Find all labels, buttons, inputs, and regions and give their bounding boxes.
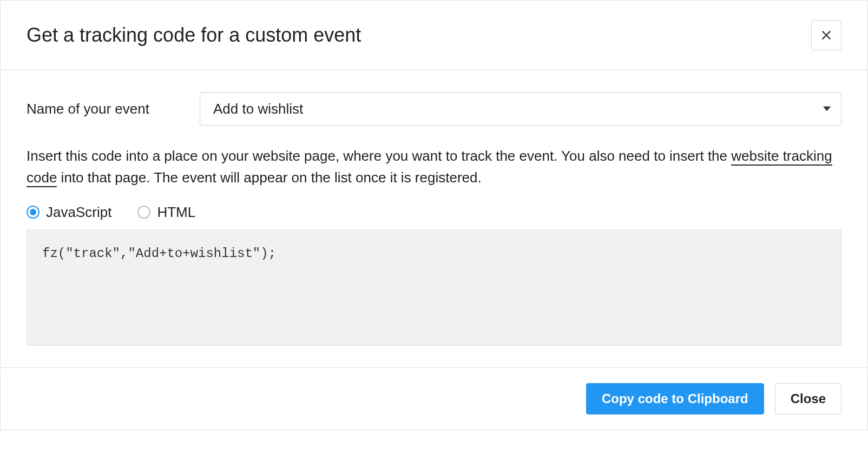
- radio-label-javascript: JavaScript: [46, 204, 111, 221]
- event-name-select[interactable]: Add to wishlist: [200, 92, 841, 126]
- instruction-post: into that page. The event will appear on…: [57, 169, 481, 186]
- radio-dot-icon: [30, 209, 36, 215]
- code-snippet-box[interactable]: fz("track","Add+to+wishlist");: [27, 229, 841, 346]
- modal-header: Get a tracking code for a custom event: [1, 1, 867, 70]
- close-icon: [820, 29, 832, 41]
- modal-body: Name of your event Add to wishlist Inser…: [1, 70, 867, 367]
- instruction-text: Insert this code into a place on your we…: [27, 145, 841, 189]
- radio-label-html: HTML: [157, 204, 195, 221]
- instruction-pre: Insert this code into a place on your we…: [27, 148, 731, 164]
- event-name-select-wrap: Add to wishlist: [200, 92, 841, 126]
- event-name-label: Name of your event: [27, 101, 178, 117]
- radio-icon: [27, 206, 40, 219]
- close-button[interactable]: Close: [775, 383, 841, 414]
- radio-icon: [137, 206, 150, 219]
- radio-option-html[interactable]: HTML: [137, 204, 195, 221]
- copy-code-button[interactable]: Copy code to Clipboard: [586, 383, 764, 414]
- tracking-code-modal: Get a tracking code for a custom event N…: [0, 0, 868, 430]
- radio-option-javascript[interactable]: JavaScript: [27, 204, 111, 221]
- close-icon-button[interactable]: [811, 20, 841, 50]
- event-name-row: Name of your event Add to wishlist: [27, 92, 841, 126]
- modal-footer: Copy code to Clipboard Close: [1, 367, 867, 430]
- modal-title: Get a tracking code for a custom event: [27, 24, 361, 47]
- code-type-radio-group: JavaScript HTML: [27, 204, 841, 221]
